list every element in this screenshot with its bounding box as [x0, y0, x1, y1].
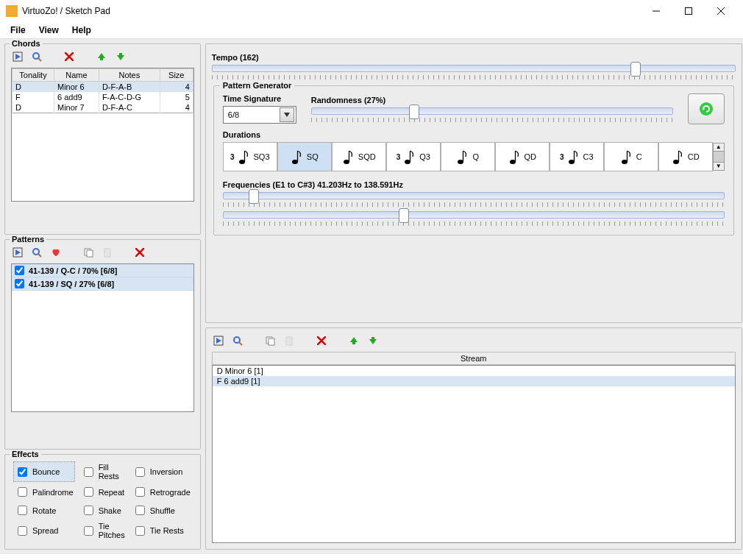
svg-point-6 — [33, 53, 39, 59]
play-icon[interactable] — [212, 334, 225, 347]
th-size[interactable]: Size — [160, 69, 193, 82]
search-icon[interactable] — [231, 334, 244, 347]
list-item[interactable]: 41-139 / Q-C / 70% [6/8] — [12, 264, 193, 277]
effect-checkbox[interactable] — [84, 487, 93, 497]
search-icon[interactable] — [30, 246, 43, 259]
copy-icon[interactable] — [82, 246, 95, 259]
chevron-down-icon[interactable] — [280, 107, 294, 122]
menu-help[interactable]: Help — [66, 24, 97, 37]
freq-high-slider[interactable] — [223, 211, 725, 219]
close-button[interactable] — [705, 0, 737, 22]
effect-checkbox[interactable] — [84, 467, 93, 477]
effect-shuffle[interactable]: Shuffle — [132, 503, 191, 518]
freq-low-slider[interactable] — [223, 192, 725, 199]
svg-point-42 — [673, 160, 679, 164]
effect-inversion[interactable]: Inversion — [132, 462, 191, 481]
generate-button[interactable] — [688, 93, 725, 124]
svg-point-38 — [569, 160, 575, 164]
move-down-icon[interactable] — [366, 334, 380, 347]
svg-point-24 — [700, 102, 713, 116]
effect-tie-pitches[interactable]: Tie Pitches — [80, 521, 126, 540]
pattern-generator-group: Pattern Generator Time Signature 6/8 Ran… — [213, 85, 734, 235]
svg-marker-12 — [117, 55, 124, 60]
duration-sqd[interactable]: SQD — [332, 142, 386, 171]
svg-point-32 — [405, 160, 410, 164]
list-item[interactable]: 41-139 / SQ / 27% [6/8] — [12, 277, 193, 291]
pattern-checkbox[interactable] — [15, 279, 24, 288]
delete-icon[interactable] — [63, 50, 76, 63]
effect-repeat[interactable]: Repeat — [80, 484, 126, 500]
pattern-checkbox[interactable] — [15, 266, 24, 275]
minimize-button[interactable] — [640, 0, 672, 22]
tempo-slider[interactable] — [212, 65, 736, 72]
delete-icon[interactable] — [133, 246, 146, 259]
delete-icon[interactable] — [315, 334, 328, 347]
duration-c[interactable]: C — [604, 142, 658, 171]
chords-label: Chords — [10, 39, 43, 48]
play-icon[interactable] — [11, 50, 24, 63]
duration-cd[interactable]: CD — [658, 142, 713, 171]
paste-icon[interactable] — [101, 246, 114, 259]
table-row[interactable]: D Minor 7 D-F-A-C 4 — [13, 102, 193, 113]
stream-list[interactable]: D Minor 6 [1] F 6 add9 [1] — [212, 365, 736, 543]
effect-checkbox[interactable] — [135, 506, 145, 515]
svg-line-17 — [38, 254, 41, 257]
effect-checkbox[interactable] — [135, 467, 145, 477]
effect-fill-rests[interactable]: Fill Rests — [80, 462, 126, 481]
tempo-label: Tempo (162) — [212, 53, 736, 62]
effect-checkbox[interactable] — [18, 526, 27, 536]
effect-checkbox[interactable] — [135, 487, 145, 497]
durations-scroll[interactable]: ▲ ▼ — [713, 143, 725, 171]
effect-checkbox[interactable] — [18, 487, 27, 497]
effect-retrograde[interactable]: Retrograde — [132, 484, 191, 500]
move-up-icon[interactable] — [95, 50, 108, 63]
search-icon[interactable] — [30, 50, 43, 63]
scroll-down-icon[interactable]: ▼ — [713, 162, 725, 171]
patterns-list[interactable]: 41-139 / Q-C / 70% [6/8] 41-139 / SQ / 2… — [11, 263, 194, 412]
list-item[interactable]: D Minor 6 [1] — [213, 366, 735, 376]
heart-icon[interactable] — [49, 246, 63, 259]
effect-checkbox[interactable] — [84, 506, 93, 515]
list-item[interactable]: F 6 add9 [1] — [213, 376, 735, 386]
svg-rect-13 — [119, 53, 122, 56]
randomness-slider[interactable] — [311, 107, 673, 115]
chords-table[interactable]: Tonality Name Notes Size D Minor 6 D-F-A… — [11, 68, 194, 202]
play-icon[interactable] — [11, 246, 24, 259]
scroll-up-icon[interactable]: ▲ — [713, 143, 725, 152]
duration-sq3[interactable]: 3SQ3 — [223, 142, 277, 171]
time-signature-select[interactable]: 6/8 — [223, 106, 296, 124]
duration-q[interactable]: Q — [441, 142, 495, 171]
effect-tie-rests[interactable]: Tie Rests — [132, 521, 191, 540]
duration-sq[interactable]: SQ — [277, 142, 332, 171]
menu-view[interactable]: View — [33, 24, 65, 37]
effect-checkbox[interactable] — [18, 506, 27, 515]
effect-rotate[interactable]: Rotate — [14, 503, 74, 518]
duration-qd[interactable]: QD — [495, 142, 550, 171]
effect-checkbox[interactable] — [84, 526, 93, 536]
th-tonality[interactable]: Tonality — [13, 69, 54, 82]
th-notes[interactable]: Notes — [99, 69, 160, 82]
window-title: VirtuoZo! / Sketch Pad — [22, 6, 110, 16]
effect-checkbox[interactable] — [135, 526, 145, 536]
th-name[interactable]: Name — [54, 69, 99, 82]
move-down-icon[interactable] — [114, 50, 127, 63]
table-row[interactable]: D Minor 6 D-F-A-B 4 — [13, 82, 193, 93]
svg-point-40 — [622, 160, 628, 164]
move-up-icon[interactable] — [347, 334, 360, 347]
svg-rect-50 — [286, 337, 292, 345]
effect-checkbox[interactable] — [18, 467, 27, 477]
effect-bounce[interactable]: Bounce — [14, 462, 74, 481]
duration-q3[interactable]: 3Q3 — [386, 142, 441, 171]
maximize-button[interactable] — [672, 0, 705, 22]
durations-row: 3SQ3SQSQD3Q3QQD3C3CCD ▲ ▼ — [223, 142, 725, 171]
paste-icon[interactable] — [282, 334, 296, 347]
app-icon — [6, 5, 18, 17]
effect-spread[interactable]: Spread — [14, 521, 74, 540]
effect-palindrome[interactable]: Palindrome — [14, 484, 74, 500]
effect-shake[interactable]: Shake — [80, 503, 126, 518]
effects-panel: Effects BounceFill RestsInversionPalindr… — [4, 454, 201, 550]
copy-icon[interactable] — [263, 334, 277, 347]
menu-file[interactable]: File — [4, 24, 32, 37]
duration-c3[interactable]: 3C3 — [550, 142, 604, 171]
table-row[interactable]: F 6 add9 F-A-C-D-G 5 — [13, 92, 193, 102]
